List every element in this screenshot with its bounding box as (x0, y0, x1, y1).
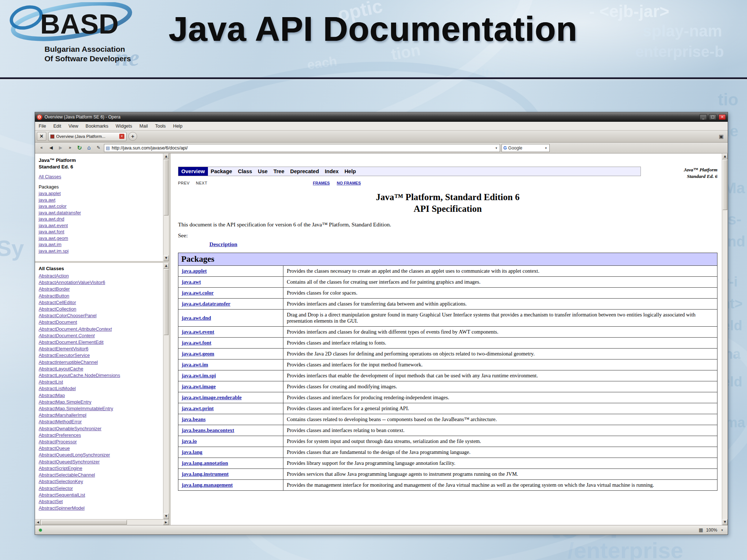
all-classes-link[interactable]: All Classes (39, 174, 61, 179)
package-link[interactable]: java.awt.geom (182, 351, 214, 357)
closed-tabs-icon[interactable]: ▣ (719, 133, 726, 139)
menu-item[interactable]: View (65, 124, 82, 129)
package-link[interactable]: java.lang.annotation (182, 460, 228, 466)
navbar-item[interactable]: Use (255, 167, 271, 176)
class-link[interactable]: AbstractPreferences (39, 432, 162, 439)
navbar-item[interactable]: Help (341, 167, 359, 176)
navbar-item[interactable]: Class (235, 167, 255, 176)
package-frame-link[interactable]: java.awt.datatransfer (39, 210, 162, 217)
search-dropdown-icon[interactable]: ▾ (544, 146, 548, 150)
navbar-item[interactable]: Package (208, 167, 235, 176)
package-frame-link[interactable]: java.awt.geom (39, 236, 162, 242)
class-link[interactable]: AbstractDocument.Content (39, 332, 162, 339)
class-link[interactable]: AbstractDocument.AttributeContext (39, 326, 162, 332)
class-link[interactable]: AbstractLayoutCache.NodeDimensions (39, 372, 162, 379)
menu-item[interactable]: Edit (50, 124, 65, 129)
class-link[interactable]: AbstractMap.SimpleEntry (39, 399, 162, 405)
package-link[interactable]: java.awt.datatransfer (182, 301, 231, 307)
search-field[interactable]: G Google ▾ (502, 144, 550, 152)
package-link[interactable]: java.awt.image.renderable (182, 394, 241, 400)
navbar-item[interactable]: Overview (178, 167, 208, 176)
frames-link[interactable]: FRAMES (313, 181, 330, 185)
package-frame-link[interactable]: java.awt.im.spi (39, 248, 162, 255)
scroll-down-icon[interactable]: ▼ (722, 519, 728, 525)
class-link[interactable]: AbstractQueuedSynchronizer (39, 459, 162, 465)
class-link[interactable]: AbstractExecutorService (39, 352, 162, 359)
scroll-right-icon[interactable]: ▶ (163, 520, 169, 525)
scroll-up-icon[interactable]: ▲ (163, 153, 169, 159)
navbar-item[interactable]: Tree (271, 167, 287, 176)
menu-item[interactable]: File (35, 124, 50, 129)
fast-forward-icon[interactable]: » (66, 144, 74, 152)
menu-item[interactable]: Help (169, 124, 186, 129)
class-link[interactable]: AbstractCellEditor (39, 299, 162, 306)
package-link[interactable]: java.io (182, 438, 197, 444)
minimize-button[interactable]: _ (700, 114, 707, 120)
scroll-thumb[interactable] (164, 269, 169, 335)
package-link[interactable]: java.awt.font (182, 340, 211, 346)
class-link[interactable]: AbstractMethodError (39, 419, 162, 425)
maximize-button[interactable]: □ (709, 114, 716, 120)
package-link[interactable]: java.lang.management (182, 482, 233, 488)
package-frame-link[interactable]: java.awt (39, 197, 162, 204)
class-link[interactable]: AbstractMap.SimpleImmutableEntry (39, 405, 162, 412)
class-link[interactable]: AbstractButton (39, 293, 162, 299)
class-link[interactable]: AbstractMarshallerImpl (39, 412, 162, 419)
scroll-left-icon[interactable]: ◀ (35, 520, 41, 525)
package-link[interactable]: java.awt.image (182, 384, 216, 389)
back-icon[interactable]: ◀ (47, 144, 55, 152)
package-link[interactable]: java.lang.instrument (182, 471, 229, 477)
package-frame-link[interactable]: java.awt.event (39, 223, 162, 229)
scroll-thumb[interactable] (723, 160, 727, 210)
package-link[interactable]: java.lang (182, 449, 202, 455)
class-link[interactable]: AbstractColorChooserPanel (39, 312, 162, 319)
tab-close-icon[interactable]: × (119, 134, 124, 139)
note-icon[interactable]: ✎ (94, 144, 102, 152)
package-link[interactable]: java.awt.im.spi (182, 373, 216, 378)
scrollbar-vertical[interactable]: ▲ ▼ (163, 153, 169, 261)
scrollbar-horizontal[interactable]: ◀ ▶ (35, 519, 169, 525)
package-link[interactable]: java.awt (182, 279, 201, 285)
home-icon[interactable]: ⌂ (85, 144, 93, 152)
package-link[interactable]: java.awt.print (182, 405, 214, 411)
scroll-up-icon[interactable]: ▲ (163, 263, 169, 269)
tab-overview[interactable]: Overview (Java Platform... × (48, 132, 127, 141)
package-link[interactable]: java.awt.event (182, 329, 214, 335)
class-link[interactable]: AbstractSelectionKey (39, 478, 162, 485)
class-link[interactable]: AbstractOwnableSynchronizer (39, 425, 162, 432)
package-link[interactable]: java.beans (182, 416, 206, 422)
class-link[interactable]: AbstractAnnotationValueVisitor6 (39, 279, 162, 286)
scrollbar-vertical[interactable]: ▲ ▼ (722, 153, 728, 525)
class-link[interactable]: AbstractSpinnerModel (39, 505, 162, 512)
scroll-thumb[interactable] (41, 520, 127, 525)
images-toggle-icon[interactable]: ▦ (698, 527, 703, 533)
scroll-down-icon[interactable]: ▼ (163, 255, 169, 261)
package-link[interactable]: java.awt.color (182, 290, 214, 296)
class-link[interactable]: AbstractProcessor (39, 439, 162, 445)
class-link[interactable]: AbstractSelector (39, 485, 162, 492)
class-link[interactable]: AbstractInterruptibleChannel (39, 359, 162, 366)
package-frame-link[interactable]: java.awt.font (39, 229, 162, 236)
package-frame-link[interactable]: java.awt.im (39, 242, 162, 248)
package-link[interactable]: java.beans.beancontext (182, 427, 234, 433)
zoom-dropdown-icon[interactable]: ▾ (720, 528, 724, 532)
class-link[interactable]: AbstractSet (39, 498, 162, 505)
class-link[interactable]: AbstractScriptEngine (39, 465, 162, 472)
scroll-down-icon[interactable]: ▼ (163, 513, 169, 519)
panels-toggle-icon[interactable]: × (37, 132, 46, 141)
class-link[interactable]: AbstractListModel (39, 385, 162, 392)
class-link[interactable]: AbstractAction (39, 273, 162, 279)
scroll-thumb[interactable] (164, 160, 169, 215)
url-dropdown-icon[interactable]: ▾ (494, 146, 498, 150)
close-button[interactable]: × (719, 114, 726, 120)
class-link[interactable]: AbstractCollection (39, 306, 162, 312)
class-link[interactable]: AbstractQueuedLongSynchronizer (39, 452, 162, 458)
package-link[interactable]: java.awt.im (182, 362, 208, 368)
class-link[interactable]: AbstractSelectableChannel (39, 472, 162, 478)
navbar-item[interactable]: Index (322, 167, 342, 176)
class-link[interactable]: AbstractLayoutCache (39, 366, 162, 372)
description-link[interactable]: Description (209, 241, 237, 247)
package-frame-link[interactable]: java.awt.dnd (39, 216, 162, 223)
menu-item[interactable]: Widgets (112, 124, 136, 129)
rewind-icon[interactable]: « (38, 144, 46, 152)
